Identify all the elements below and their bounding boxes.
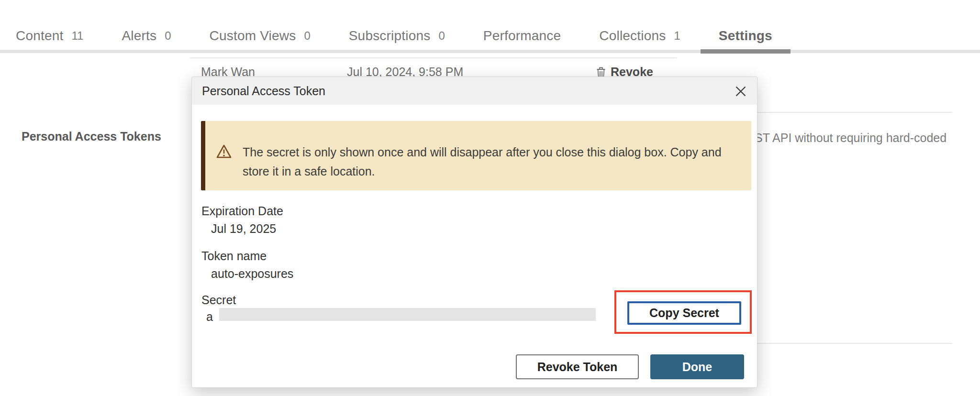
tab-label: Content (16, 28, 63, 44)
warning-text: The secret is only shown once and will d… (243, 143, 737, 190)
expiration-date-label: Expiration Date (201, 204, 283, 218)
token-name-label: Token name (201, 249, 267, 263)
close-icon[interactable] (733, 84, 748, 99)
tab-label: Alerts (122, 28, 156, 44)
dialog-title: Personal Access Token (202, 77, 325, 105)
site-tabbar: Content 11 Alerts 0 Custom Views 0 Subsc… (0, 0, 791, 50)
tab-count: 11 (71, 29, 83, 44)
done-button[interactable]: Done (650, 354, 744, 379)
tab-content[interactable]: Content 11 (0, 0, 102, 50)
tab-count: 0 (304, 29, 310, 44)
tab-label: Subscriptions (349, 28, 431, 44)
secret-redacted-bar (219, 308, 596, 321)
tab-label: Custom Views (210, 28, 296, 44)
tab-performance[interactable]: Performance (464, 0, 580, 50)
copy-secret-button[interactable]: Copy Secret (627, 301, 741, 325)
expiration-date-value: Jul 19, 2025 (211, 222, 276, 236)
tab-collections[interactable]: Collections 1 (580, 0, 700, 50)
tab-settings[interactable]: Settings (700, 0, 791, 50)
tab-label: Collections (599, 28, 666, 44)
tab-count: 0 (165, 29, 171, 44)
secret-label: Secret (201, 293, 236, 307)
revoke-token-button[interactable]: Revoke Token (516, 354, 639, 379)
tab-alerts[interactable]: Alerts 0 (102, 0, 190, 50)
tab-label: Performance (483, 28, 561, 44)
tab-custom-views[interactable]: Custom Views 0 (190, 0, 330, 50)
warning-icon (216, 144, 232, 190)
tab-subscriptions[interactable]: Subscriptions 0 (330, 0, 464, 50)
personal-access-token-dialog: Personal Access Token The secret is only… (191, 77, 757, 388)
section-label-personal-access-tokens: Personal Access Tokens (22, 130, 161, 143)
token-name-value: auto-exposures (211, 267, 293, 281)
section-description-fragment: ST API without requiring hard-coded (755, 131, 947, 145)
tab-label: Settings (719, 28, 772, 44)
warning-banner: The secret is only shown once and will d… (201, 121, 751, 190)
tabbar-underline (0, 50, 980, 53)
tab-count: 1 (674, 29, 680, 44)
secret-value-visible: a (206, 310, 213, 324)
tab-count: 0 (438, 29, 445, 44)
table-row-divider (190, 57, 677, 58)
dialog-header: Personal Access Token (192, 77, 757, 105)
